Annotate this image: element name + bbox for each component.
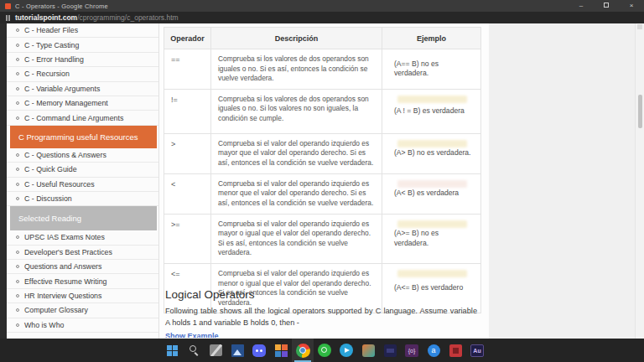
start-button[interactable]: [161, 339, 183, 362]
page-content: Operador Descripción Ejemplo == Comprueb…: [159, 23, 636, 339]
description-cell: Comprueba si el valor del operando izqui…: [211, 173, 382, 214]
taskbar-navy-app[interactable]: [379, 339, 401, 362]
whatsapp-icon: [318, 344, 331, 357]
taskbar-chrome-app[interactable]: [292, 339, 314, 362]
taskbar-media-app[interactable]: [270, 339, 292, 362]
logical-operators-paragraph: Following table shows all the logical op…: [165, 306, 477, 329]
example-cell: (A== B) no es verdadera.: [382, 49, 481, 90]
maximize-button[interactable]: [594, 0, 619, 12]
example-cell: (A< B) es verdadera: [382, 173, 481, 214]
operator-cell: <: [164, 173, 211, 214]
search-icon: [188, 344, 200, 356]
table-row: > Comprueba si el valor del operando izq…: [164, 133, 481, 173]
blue-a-app-icon: a: [428, 344, 440, 357]
example-cell: (A> B) no es verdadera.: [382, 133, 481, 173]
scroll-up-icon[interactable]: [637, 24, 642, 29]
address-bar[interactable]: tutorialspoint.com /cprogramming/c_opera…: [0, 12, 644, 23]
bullet-icon: [16, 183, 19, 186]
adobe-app-icon: [449, 344, 462, 357]
media-app-icon: [275, 344, 288, 357]
sidebar-item-upsc-ias[interactable]: UPSC IAS Exams Notes: [7, 230, 158, 245]
bullet-icon: [16, 153, 19, 157]
browser-titlebar: C - Operators - Google Chrome – ×: [0, 0, 644, 12]
taskbar-search-button[interactable]: [183, 339, 205, 362]
window-left-edge: [0, 23, 7, 339]
sidebar-item-best-practices[interactable]: Developer's Best Practices: [7, 246, 158, 260]
translation-artifact: [397, 220, 467, 228]
example-text: (A>= B) no es verdadera.: [394, 229, 439, 247]
sidebar-item-hr-interview[interactable]: HR Interview Questions: [7, 289, 158, 303]
page-scrollbar[interactable]: [635, 23, 644, 339]
close-button[interactable]: ×: [619, 0, 644, 12]
taskbar-code-app[interactable]: {o}: [401, 339, 423, 362]
windows-logo-icon: [167, 345, 178, 356]
bullet-icon: [16, 265, 19, 268]
bullet-icon: [16, 308, 19, 312]
bullet-icon: [16, 87, 19, 90]
description-cell: Comprueba si los valores de dos operando…: [211, 89, 382, 133]
translation-artifact: [397, 96, 467, 103]
window-title: C - Operators - Google Chrome: [15, 3, 108, 10]
sidebar-item-memory-management[interactable]: C - Memory Management: [7, 96, 158, 111]
resources-section-banner: C Programming useful Resources: [10, 126, 157, 148]
sidebar-item-label: C - Header Files: [24, 26, 78, 34]
taskbar-gradient-app[interactable]: [357, 339, 379, 362]
sidebar-item-label: C - Discussion: [24, 194, 72, 203]
operator-cell: >=: [164, 214, 211, 263]
sidebar-item-variable-arguments[interactable]: C - Variable Arguments: [7, 82, 158, 96]
sidebar-item-header-files[interactable]: C - Header Files: [7, 23, 158, 38]
description-cell: Comprueba si el valor del operando izqui…: [211, 133, 382, 173]
sidebar-item-label: C - Quick Guide: [24, 165, 77, 173]
table-row: != Comprueba si los valores de dos opera…: [164, 89, 481, 133]
sidebar-item-recursion[interactable]: C - Recursion: [7, 67, 158, 81]
col-header-example: Ejemplo: [382, 28, 481, 49]
sidebar-item-label: UPSC IAS Exams Notes: [24, 233, 105, 241]
taskbar-whatsapp-app[interactable]: [314, 339, 335, 362]
taskbar-audition-app[interactable]: Au: [466, 339, 488, 362]
scrollbar-thumb[interactable]: [638, 95, 642, 128]
sidebar-item-type-casting[interactable]: C - Type Casting: [7, 38, 158, 52]
bullet-icon: [16, 44, 19, 47]
taskbar-blue-a-app[interactable]: a: [423, 339, 444, 362]
sidebar-item-computer-glossary[interactable]: Computer Glossary: [7, 303, 158, 318]
gradient-app-icon: [362, 344, 375, 357]
taskbar-discord-app[interactable]: [248, 339, 270, 362]
sidebar-item-label: Effective Resume Writing: [24, 277, 106, 286]
translation-artifact: [397, 140, 467, 147]
site-favicon-icon: [5, 3, 11, 9]
sidebar-navigation: C - Header Files C - Type Casting C - Er…: [7, 23, 159, 339]
bullet-icon: [16, 116, 19, 120]
translation-artifact: [397, 270, 467, 277]
bullet-icon: [16, 101, 19, 105]
sidebar-item-quick-guide[interactable]: C - Quick Guide: [7, 163, 158, 177]
sidebar-item-useful-resources[interactable]: C - Useful Resources: [7, 178, 158, 192]
translation-artifact: [397, 180, 467, 188]
taskbar-telegram-app[interactable]: [335, 339, 357, 362]
sidebar-item-label: HR Interview Questions: [24, 292, 101, 300]
bullet-icon: [16, 72, 19, 75]
sidebar-item-discussion[interactable]: C - Discussion: [7, 192, 158, 206]
sidebar-item-questions-and-answers[interactable]: Questions and Answers: [7, 260, 158, 274]
example-text: (A ! = B) es verdadera: [394, 106, 465, 115]
url-path: /cprogramming/c_operators.htm: [77, 13, 178, 22]
show-example-link[interactable]: Show Example: [165, 332, 219, 338]
bullet-icon: [16, 168, 19, 171]
table-header-row: Operador Descripción Ejemplo: [164, 28, 481, 49]
taskbar: {o} a Au A ESP LAA 01:33 a. m. 08/12/202…: [0, 339, 644, 362]
sidebar-item-resume-writing[interactable]: Effective Resume Writing: [7, 274, 158, 288]
pause-extension-icon[interactable]: [6, 15, 10, 21]
taskbar-adobe-red-app[interactable]: [444, 339, 466, 362]
desktop-screen: C - Operators - Google Chrome – × tutori…: [0, 0, 644, 362]
sidebar-item-questions-answers[interactable]: C - Questions & Answers: [7, 148, 158, 163]
taskbar-photos-app[interactable]: [226, 339, 248, 362]
sidebar-item-label: Developer's Best Practices: [24, 248, 112, 256]
sidebar-item-error-handling[interactable]: C - Error Handling: [7, 53, 158, 67]
code-brackets-icon: {o}: [405, 344, 418, 357]
sidebar-item-who-is-who[interactable]: Who is Who: [7, 318, 158, 333]
sidebar-item-command-line-arguments[interactable]: C - Command Line Arguments: [7, 111, 158, 125]
minimize-button[interactable]: –: [569, 0, 594, 12]
example-text: (A< B) es verdadera: [394, 189, 459, 197]
taskbar-paint-app[interactable]: [205, 339, 226, 362]
bullet-icon: [16, 280, 19, 283]
paint-app-icon: [210, 344, 222, 356]
